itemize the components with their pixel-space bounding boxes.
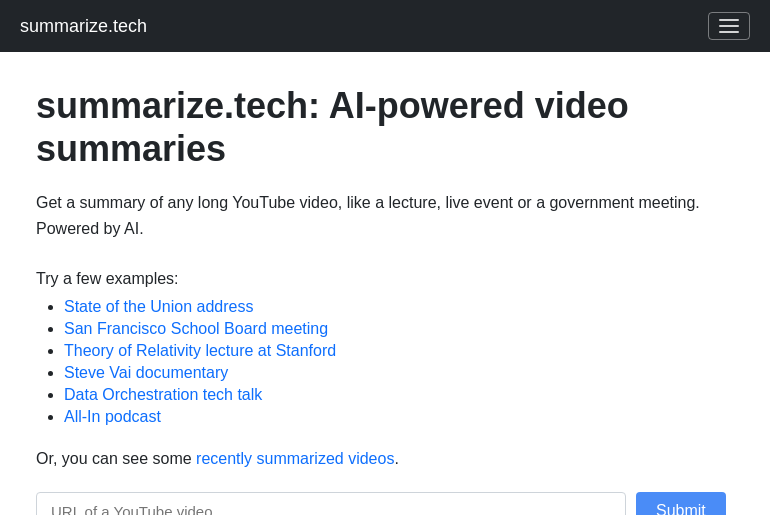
page-description: Get a summary of any long YouTube video,…	[36, 190, 716, 241]
example-link-0[interactable]: State of the Union address	[64, 298, 253, 315]
list-item: San Francisco School Board meeting	[64, 320, 734, 338]
list-item: Theory of Relativity lecture at Stanford	[64, 342, 734, 360]
recently-before: Or, you can see some	[36, 450, 196, 467]
toggler-bar-2	[719, 25, 739, 27]
toggler-bar-3	[719, 31, 739, 33]
main-content: summarize.tech: AI-powered video summari…	[0, 52, 770, 515]
list-item: Steve Vai documentary	[64, 364, 734, 382]
recently-text: Or, you can see some recently summarized…	[36, 450, 734, 468]
examples-label: Try a few examples:	[36, 270, 734, 288]
url-input[interactable]	[36, 492, 626, 515]
examples-list: State of the Union addressSan Francisco …	[36, 298, 734, 426]
example-link-3[interactable]: Steve Vai documentary	[64, 364, 228, 381]
navbar-toggler-button[interactable]	[708, 12, 750, 40]
example-link-1[interactable]: San Francisco School Board meeting	[64, 320, 328, 337]
navbar-brand[interactable]: summarize.tech	[20, 16, 147, 37]
list-item: Data Orchestration tech talk	[64, 386, 734, 404]
example-link-5[interactable]: All-In podcast	[64, 408, 161, 425]
navbar: summarize.tech	[0, 0, 770, 52]
submit-button[interactable]: Submit	[636, 492, 726, 515]
example-link-2[interactable]: Theory of Relativity lecture at Stanford	[64, 342, 336, 359]
toggler-bar-1	[719, 19, 739, 21]
list-item: All-In podcast	[64, 408, 734, 426]
recently-after: .	[394, 450, 398, 467]
input-row: Submit	[36, 492, 734, 515]
recently-link[interactable]: recently summarized videos	[196, 450, 394, 467]
example-link-4[interactable]: Data Orchestration tech talk	[64, 386, 262, 403]
page-title: summarize.tech: AI-powered video summari…	[36, 84, 734, 170]
list-item: State of the Union address	[64, 298, 734, 316]
